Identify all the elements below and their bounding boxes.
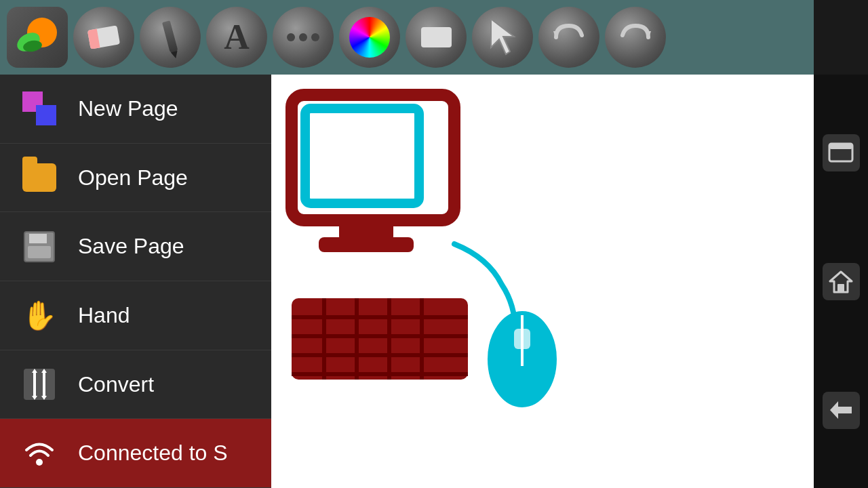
- sidebar: New Page Open Page Save Page ✋ Hand: [0, 75, 271, 488]
- svg-rect-3: [421, 27, 452, 47]
- text-button[interactable]: A: [206, 7, 267, 68]
- shape-icon: [418, 24, 455, 51]
- svg-marker-35: [830, 401, 852, 419]
- undo-button[interactable]: [538, 7, 599, 68]
- svg-rect-17: [339, 217, 393, 241]
- right-sidebar: [814, 75, 868, 488]
- svg-rect-7: [24, 369, 55, 400]
- toolbar: A: [0, 0, 814, 75]
- more-icon: [287, 33, 319, 41]
- redo-icon: [616, 18, 655, 57]
- svg-rect-30: [514, 329, 530, 349]
- select-button[interactable]: [472, 7, 533, 68]
- open-page-icon: [20, 159, 58, 197]
- home-button[interactable]: [823, 263, 860, 300]
- new-page-icon: [20, 90, 58, 127]
- shape-button[interactable]: [406, 7, 467, 68]
- canvas-area[interactable]: [271, 75, 814, 488]
- undo-icon: [549, 18, 589, 57]
- text-icon: A: [224, 20, 250, 55]
- new-page-label: New Page: [78, 96, 178, 121]
- open-page-label: Open Page: [78, 165, 188, 190]
- sidebar-item-save-page[interactable]: Save Page: [0, 212, 271, 281]
- convert-icon: [20, 366, 58, 403]
- sidebar-item-convert[interactable]: Convert: [0, 350, 271, 420]
- svg-rect-9: [33, 373, 36, 396]
- color-button[interactable]: [339, 7, 400, 68]
- svg-rect-16: [305, 108, 419, 203]
- marker-button[interactable]: [140, 7, 201, 68]
- svg-marker-4: [491, 19, 514, 54]
- logo-button[interactable]: [7, 7, 68, 68]
- redo-button[interactable]: [605, 7, 666, 68]
- sidebar-item-new-page[interactable]: New Page: [0, 75, 271, 144]
- save-page-label: Save Page: [78, 234, 184, 259]
- sidebar-item-hand[interactable]: ✋ Hand: [0, 281, 271, 350]
- back-button[interactable]: [823, 392, 860, 429]
- main-content: New Page Open Page Save Page ✋ Hand: [0, 75, 868, 488]
- convert-label: Convert: [78, 372, 154, 397]
- hand-icon: ✋: [20, 297, 58, 334]
- sidebar-item-connected[interactable]: Connected to S: [0, 419, 271, 488]
- sidebar-item-open-page[interactable]: Open Page: [0, 144, 271, 213]
- cursor-icon: [486, 19, 519, 56]
- svg-rect-19: [292, 298, 468, 380]
- fullscreen-button[interactable]: [823, 134, 860, 171]
- color-wheel-icon: [349, 17, 390, 58]
- svg-rect-34: [837, 284, 844, 292]
- connected-label: Connected to S: [78, 441, 228, 466]
- wifi-icon: [20, 434, 58, 472]
- hand-label: Hand: [78, 303, 130, 328]
- svg-point-14: [36, 459, 43, 466]
- eraser-button[interactable]: [73, 7, 134, 68]
- save-page-icon: [20, 228, 58, 265]
- more-button[interactable]: [273, 7, 334, 68]
- svg-rect-12: [43, 373, 45, 396]
- svg-rect-32: [829, 144, 852, 149]
- svg-rect-18: [319, 237, 414, 252]
